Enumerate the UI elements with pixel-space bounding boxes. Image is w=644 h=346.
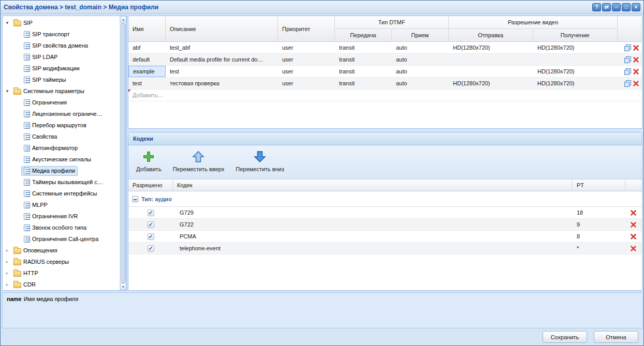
tree-item[interactable]: Свойства bbox=[4, 131, 119, 142]
profile-video-recv: HD(1280x720) bbox=[533, 42, 618, 53]
profile-name-selected-cell[interactable]: example bbox=[128, 66, 166, 77]
tree-item-label: Свойства bbox=[32, 133, 57, 140]
collapse-arrow-icon[interactable]: ▸ bbox=[4, 248, 11, 253]
tree-folder-radius[interactable]: ▸ RADIUS серверы bbox=[4, 256, 119, 267]
codec-row-telephone-event[interactable]: ✓ telephone-event * bbox=[128, 243, 642, 254]
column-header-enabled[interactable]: Разрешено bbox=[128, 179, 173, 191]
tree-item[interactable]: Таймеры вызывающей с… bbox=[4, 176, 119, 188]
collapse-arrow-icon[interactable]: ▸ bbox=[4, 270, 11, 276]
add-codec-button[interactable]: Добавить bbox=[131, 147, 166, 175]
column-group-video-label: Разрешение видео bbox=[449, 16, 617, 29]
tree-item[interactable]: Ограничения IVR bbox=[4, 210, 119, 222]
column-header-codec[interactable]: Кодек bbox=[173, 179, 573, 191]
save-button[interactable]: Сохранить bbox=[543, 331, 587, 343]
tree-scrollbar[interactable]: ▲ ▼ bbox=[120, 16, 126, 290]
copy-icon[interactable] bbox=[624, 80, 631, 87]
delete-icon[interactable] bbox=[630, 221, 637, 228]
codec-row-pcma[interactable]: ✓ PCMA 8 bbox=[128, 231, 642, 243]
tree-item[interactable]: MLPP bbox=[4, 199, 119, 210]
codec-group-audio[interactable]: Тип: аудио bbox=[128, 191, 642, 207]
close-button[interactable]: × bbox=[632, 3, 640, 11]
profile-dtmf-recv: auto bbox=[392, 66, 449, 77]
tree-folder-http[interactable]: ▸ HTTP bbox=[4, 267, 119, 279]
column-header-pt[interactable]: PT bbox=[573, 179, 625, 191]
profile-video-send: HD(1280x720) bbox=[449, 42, 533, 53]
collapse-arrow-icon[interactable]: ▸ bbox=[4, 259, 11, 264]
profile-dtmf-recv: auto bbox=[392, 78, 449, 89]
delete-icon[interactable] bbox=[633, 44, 639, 51]
move-up-button[interactable]: Переместить вверх bbox=[168, 147, 229, 175]
delete-icon[interactable] bbox=[633, 80, 639, 87]
help-button[interactable]: ? bbox=[592, 3, 601, 11]
column-header-dtmf-recv[interactable]: Прием bbox=[392, 29, 449, 41]
tree-folder-sip[interactable]: ▾ SIP bbox=[4, 17, 119, 28]
expand-arrow-icon[interactable]: ▾ bbox=[4, 88, 11, 94]
media-profiles-grid: Имя Описание Приоритет Тип DTMF Передача… bbox=[128, 16, 642, 129]
codec-actions bbox=[625, 207, 641, 218]
minimize-button[interactable]: ─ bbox=[612, 3, 621, 11]
tree-item[interactable]: SIP свойства домена bbox=[4, 40, 119, 51]
tree-item-media-profiles[interactable]: Медиа профили bbox=[4, 165, 119, 176]
delete-icon[interactable] bbox=[633, 56, 639, 63]
expand-arrow-icon[interactable]: ▾ bbox=[4, 20, 11, 25]
refresh-button[interactable]: ⇄ bbox=[602, 3, 611, 11]
delete-icon[interactable] bbox=[633, 68, 639, 75]
column-header-description[interactable]: Описание bbox=[166, 16, 278, 41]
checkbox-checked-icon[interactable]: ✓ bbox=[148, 245, 154, 252]
arrow-up-icon bbox=[192, 150, 205, 164]
delete-icon[interactable] bbox=[630, 233, 637, 240]
add-profile-row[interactable]: Добавить… bbox=[128, 89, 642, 101]
tree-item[interactable]: SIP транспорт bbox=[4, 28, 119, 40]
copy-icon[interactable] bbox=[624, 68, 631, 75]
scrollbar-thumb[interactable] bbox=[121, 23, 126, 283]
field-description-panel: nameИмя медиа профиля bbox=[2, 292, 643, 328]
cancel-button[interactable]: Отмена bbox=[594, 331, 638, 343]
tree-folder-notifications[interactable]: ▸ Оповещения bbox=[4, 245, 119, 256]
checkbox-checked-icon[interactable]: ✓ bbox=[148, 221, 154, 228]
column-header-name[interactable]: Имя bbox=[128, 16, 166, 41]
profile-row-abf[interactable]: abf test_abf user transit auto HD(1280x7… bbox=[128, 42, 642, 54]
copy-icon[interactable] bbox=[624, 56, 631, 63]
collapse-group-icon[interactable] bbox=[132, 196, 138, 202]
delete-icon[interactable] bbox=[630, 245, 637, 252]
codecs-panel: Кодеки Добавить Переместить вверх Переме… bbox=[128, 132, 642, 291]
tree-item[interactable]: Ограничения bbox=[4, 97, 119, 108]
column-header-video-recv[interactable]: Получение bbox=[533, 29, 618, 41]
checkbox-checked-icon[interactable]: ✓ bbox=[148, 209, 154, 216]
tree-item[interactable]: SIP LDAP bbox=[4, 51, 119, 63]
delete-icon[interactable] bbox=[630, 209, 637, 216]
profile-priority: user bbox=[278, 54, 335, 65]
move-down-button[interactable]: Переместить вниз bbox=[231, 147, 289, 175]
tree-item-label: RADIUS серверы bbox=[23, 259, 69, 265]
checkbox-checked-icon[interactable]: ✓ bbox=[148, 233, 154, 240]
tree-item[interactable]: Перебор маршрутов bbox=[4, 119, 119, 131]
tree-item[interactable]: SIP таймеры bbox=[4, 74, 119, 85]
tree-item[interactable]: SIP модификации bbox=[4, 63, 119, 74]
tree-item[interactable]: Лицензионные ограниче… bbox=[4, 108, 119, 119]
tree-item[interactable]: Автоинформатор bbox=[4, 142, 119, 154]
nav-tree: ▾ SIP SIP транспорт SIP свойства домена … bbox=[4, 17, 119, 289]
tree-item[interactable]: Ограничения Call-центра bbox=[4, 233, 119, 245]
profile-row-test[interactable]: test тестовая проверка user transit auto… bbox=[128, 78, 642, 89]
column-header-dtmf-send[interactable]: Передача bbox=[335, 29, 392, 41]
codec-row-g729[interactable]: ✓ G729 18 bbox=[128, 207, 642, 219]
folder-icon bbox=[13, 260, 21, 265]
profile-row-default[interactable]: default Default media profile for curren… bbox=[128, 54, 642, 66]
collapse-arrow-icon[interactable]: ▸ bbox=[4, 282, 11, 287]
column-group-video: Разрешение видео Отправка Получение bbox=[449, 16, 618, 41]
tree-item[interactable]: Звонок особого типа bbox=[4, 222, 119, 233]
profile-dtmf-recv: auto bbox=[392, 54, 449, 65]
column-header-priority[interactable]: Приоритет bbox=[278, 16, 335, 41]
scroll-up-icon[interactable]: ▲ bbox=[120, 16, 126, 23]
copy-icon[interactable] bbox=[624, 44, 631, 51]
tree-item[interactable]: Акустические сигналы bbox=[4, 154, 119, 165]
tree-folder-system-params[interactable]: ▾ Системные параметры bbox=[4, 85, 119, 97]
profile-video-recv bbox=[533, 54, 618, 65]
tree-item[interactable]: Системные интерфейсы bbox=[4, 188, 119, 199]
column-header-video-send[interactable]: Отправка bbox=[449, 29, 533, 41]
codec-row-g722[interactable]: ✓ G722 9 bbox=[128, 219, 642, 231]
maximize-button[interactable]: □ bbox=[622, 3, 631, 11]
scroll-down-icon[interactable]: ▼ bbox=[120, 283, 126, 290]
profile-row-example[interactable]: example test user transit auto HD(1280x7… bbox=[128, 66, 642, 78]
tree-folder-cdr[interactable]: ▸ CDR bbox=[4, 279, 119, 289]
